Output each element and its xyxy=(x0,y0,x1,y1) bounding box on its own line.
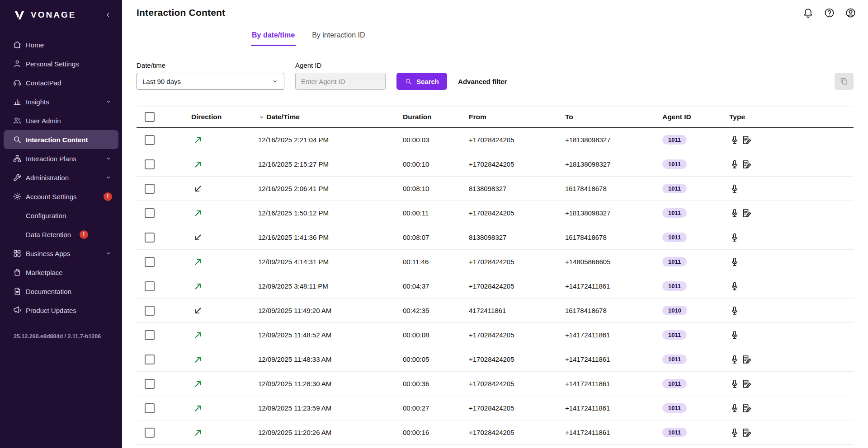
col-duration[interactable]: Duration xyxy=(400,113,466,121)
audio-recording-icon[interactable] xyxy=(729,183,740,194)
table-row[interactable]: 12/16/2025 1:41:36 PM 00:08:07 813809832… xyxy=(137,225,854,250)
type-cell xyxy=(726,427,854,438)
transcript-icon[interactable] xyxy=(741,354,752,365)
duration-cell: 00:00:05 xyxy=(400,355,466,363)
duration-cell: 00:00:16 xyxy=(400,429,466,436)
row-checkbox[interactable] xyxy=(145,281,155,291)
col-type[interactable]: Type xyxy=(726,113,854,121)
row-checkbox[interactable] xyxy=(145,257,155,267)
audio-recording-icon[interactable] xyxy=(729,257,740,267)
transcript-icon[interactable] xyxy=(741,378,752,389)
row-checkbox[interactable] xyxy=(145,379,155,389)
row-checkbox[interactable] xyxy=(145,233,155,243)
help-icon[interactable] xyxy=(824,7,835,19)
table-row[interactable]: 12/09/2025 11:48:33 AM 00:00:05 +1702842… xyxy=(137,347,854,372)
sidebar-item-data-retention[interactable]: Data Retention ! xyxy=(4,225,118,244)
audio-recording-icon[interactable] xyxy=(729,354,740,365)
agent-id-badge: 1011 xyxy=(662,257,687,266)
sidebar-item-documentation[interactable]: Documentation xyxy=(4,282,118,301)
row-checkbox[interactable] xyxy=(145,159,155,169)
sidebar-item-user-admin[interactable]: User Admin xyxy=(4,111,118,130)
sidebar-item-personal-settings[interactable]: Personal Settings xyxy=(4,54,118,73)
to-cell: +18138098327 xyxy=(562,160,660,168)
audio-recording-icon[interactable] xyxy=(729,305,740,316)
audio-recording-icon[interactable] xyxy=(729,159,740,170)
audio-recording-icon[interactable] xyxy=(729,330,740,341)
audio-recording-icon[interactable] xyxy=(729,427,740,438)
audio-recording-icon[interactable] xyxy=(729,135,740,145)
audio-recording-icon[interactable] xyxy=(729,208,740,219)
notifications-bell-icon[interactable] xyxy=(802,7,814,19)
sort-icon xyxy=(258,114,265,121)
select-all-checkbox[interactable] xyxy=(145,112,155,122)
audio-recording-icon[interactable] xyxy=(729,281,740,292)
account-icon[interactable] xyxy=(845,7,856,19)
sidebar-item-insights[interactable]: Insights xyxy=(4,92,118,111)
transcript-icon[interactable] xyxy=(741,427,752,438)
from-cell: 8138098327 xyxy=(466,233,562,241)
sidebar-item-contactpad[interactable]: ContactPad xyxy=(4,73,118,92)
outbound-arrow-icon xyxy=(193,135,203,145)
row-checkbox[interactable] xyxy=(145,135,155,145)
filter-bar: Date/time Last 90 days Agent ID Search A… xyxy=(122,61,868,90)
row-checkbox[interactable] xyxy=(145,306,155,316)
row-checkbox[interactable] xyxy=(145,184,155,194)
col-to[interactable]: To xyxy=(562,113,660,121)
outbound-arrow-icon xyxy=(193,330,203,340)
row-checkbox[interactable] xyxy=(145,355,155,364)
table-row[interactable]: 12/09/2025 11:48:52 AM 00:00:08 +1702842… xyxy=(137,323,854,347)
sidebar-item-account-settings[interactable]: Account Settings ! xyxy=(4,187,118,206)
sidebar-item-configuration[interactable]: Configuration xyxy=(4,206,118,225)
outbound-arrow-icon xyxy=(193,428,203,438)
audio-recording-icon[interactable] xyxy=(729,232,740,243)
table-row[interactable]: 12/16/2025 2:06:41 PM 00:08:10 813809832… xyxy=(137,177,854,201)
table-row[interactable]: 12/09/2025 3:48:11 PM 00:04:37 +17028424… xyxy=(137,274,854,299)
transcript-icon[interactable] xyxy=(741,208,752,219)
transcript-icon[interactable] xyxy=(741,159,752,170)
sidebar-item-business-apps[interactable]: Business Apps xyxy=(4,244,118,263)
date-range-select[interactable]: Last 90 days xyxy=(137,73,284,90)
audio-recording-icon[interactable] xyxy=(729,403,740,414)
tab-by-interaction-id[interactable]: By interaction ID xyxy=(311,27,366,46)
col-agent-id[interactable]: Agent ID xyxy=(660,113,726,121)
audio-recording-icon[interactable] xyxy=(729,378,740,389)
topbar: Interaction Content xyxy=(122,0,868,25)
row-checkbox[interactable] xyxy=(145,403,155,413)
col-direction[interactable]: Direction xyxy=(189,113,255,121)
outbound-arrow-icon xyxy=(193,257,203,267)
table-row[interactable]: 12/09/2025 11:28:30 AM 00:00:36 +1702842… xyxy=(137,372,854,396)
col-from[interactable]: From xyxy=(466,113,562,121)
table-row[interactable]: 12/09/2025 11:23:59 AM 00:00:27 +1702842… xyxy=(137,396,854,420)
sidebar-item-home[interactable]: Home xyxy=(4,35,118,54)
transcript-icon[interactable] xyxy=(741,403,752,414)
sidebar-item-interaction-content[interactable]: Interaction Content xyxy=(4,130,118,149)
chevron-down-icon xyxy=(105,174,112,181)
sidebar-item-interaction-plans[interactable]: Interaction Plans xyxy=(4,149,118,168)
table-row[interactable]: 12/09/2025 11:49:20 AM 00:42:35 41724118… xyxy=(137,299,854,323)
row-checkbox[interactable] xyxy=(145,428,155,438)
table-row[interactable]: 12/09/2025 4:14:31 PM 00:11:46 +17028424… xyxy=(137,250,854,274)
outbound-arrow-icon xyxy=(193,281,203,291)
outbound-arrow-icon xyxy=(193,208,203,218)
table-row[interactable]: 12/09/2025 11:20:26 AM 00:00:16 +1702842… xyxy=(137,420,854,445)
advanced-filter-link[interactable]: Advanced filter xyxy=(458,78,507,90)
sidebar-item-product-updates[interactable]: Product Updates xyxy=(4,301,118,320)
table-row[interactable]: 12/16/2025 2:21:04 PM 00:00:03 +17028424… xyxy=(137,128,854,152)
alert-badge: ! xyxy=(104,192,112,201)
tab-by-date-time[interactable]: By date/time xyxy=(251,27,296,46)
row-checkbox[interactable] xyxy=(145,208,155,218)
brand-name: VONAGE xyxy=(31,10,76,20)
table-row[interactable]: 12/16/2025 1:50:12 PM 00:00:11 +17028424… xyxy=(137,201,854,225)
col-datetime[interactable]: Date/Time xyxy=(255,113,400,121)
search-button[interactable]: Search xyxy=(396,73,447,90)
datetime-cell: 12/09/2025 11:48:33 AM xyxy=(255,355,400,363)
sidebar-item-administration[interactable]: Administration xyxy=(4,168,118,187)
sidebar-item-marketplace[interactable]: Marketplace xyxy=(4,263,118,282)
transcript-icon[interactable] xyxy=(741,135,752,145)
sidebar-collapse-button[interactable] xyxy=(104,11,112,19)
agent-id-input[interactable] xyxy=(295,73,386,90)
table-row[interactable]: 12/16/2025 2:15:27 PM 00:00:10 +17028424… xyxy=(137,152,854,177)
row-checkbox[interactable] xyxy=(145,330,155,340)
datetime-cell: 12/09/2025 11:28:30 AM xyxy=(255,380,400,387)
doc-icon xyxy=(13,287,22,296)
